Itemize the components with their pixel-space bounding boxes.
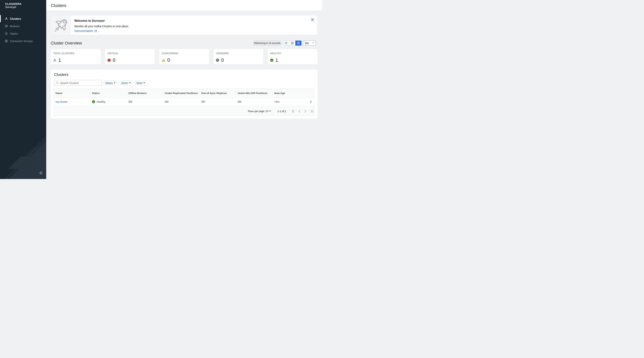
svg-text:?: ?	[217, 59, 218, 61]
